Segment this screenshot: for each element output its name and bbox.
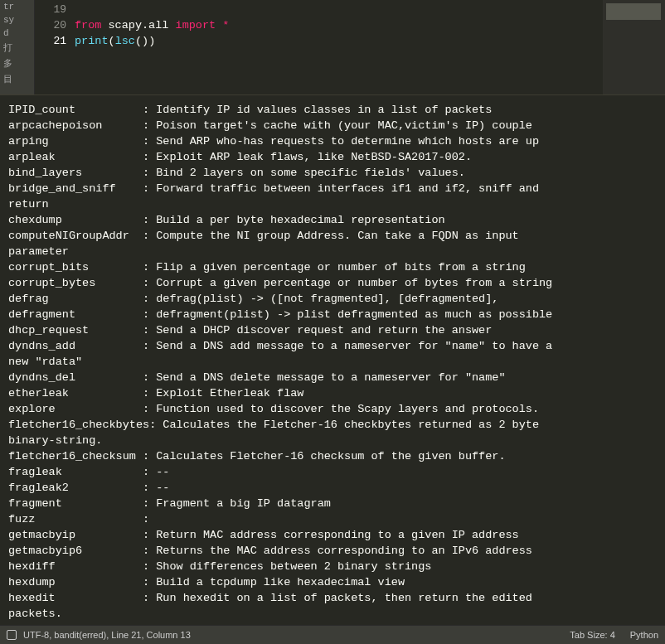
side-tab[interactable]: 打	[0, 40, 34, 56]
status-encoding[interactable]: UTF-8, bandit(erred), Line 21, Column 13	[23, 630, 191, 640]
menu-icon[interactable]	[7, 630, 17, 640]
editor-pane: trsyd打多目 192021 from scapy.all import *p…	[0, 0, 665, 95]
side-tab[interactable]: tr	[0, 0, 34, 13]
status-syntax[interactable]: Python	[630, 630, 658, 640]
side-file-tabs[interactable]: trsyd打多目	[0, 0, 35, 94]
output-panel[interactable]: IPID_count : Identify IP id values class…	[0, 95, 665, 625]
status-bar: UTF-8, bandit(erred), Line 21, Column 13…	[0, 625, 665, 644]
code-editor[interactable]: 192021 from scapy.all import *print(lsc(…	[35, 0, 665, 94]
side-tab[interactable]: 目	[0, 71, 34, 87]
code-line[interactable]: print(lsc())	[75, 33, 603, 49]
code-line[interactable]	[75, 2, 603, 17]
side-tab[interactable]: sy	[0, 13, 34, 27]
side-tab[interactable]: 多	[0, 56, 34, 71]
minimap[interactable]	[603, 0, 665, 94]
code-area[interactable]: from scapy.all import *print(lsc())	[75, 0, 603, 94]
code-line[interactable]: from scapy.all import *	[75, 17, 603, 33]
status-tab-size[interactable]: Tab Size: 4	[570, 630, 614, 640]
line-number-gutter: 192021	[35, 0, 75, 94]
side-tab[interactable]: d	[0, 27, 34, 40]
minimap-viewport[interactable]	[606, 3, 661, 20]
